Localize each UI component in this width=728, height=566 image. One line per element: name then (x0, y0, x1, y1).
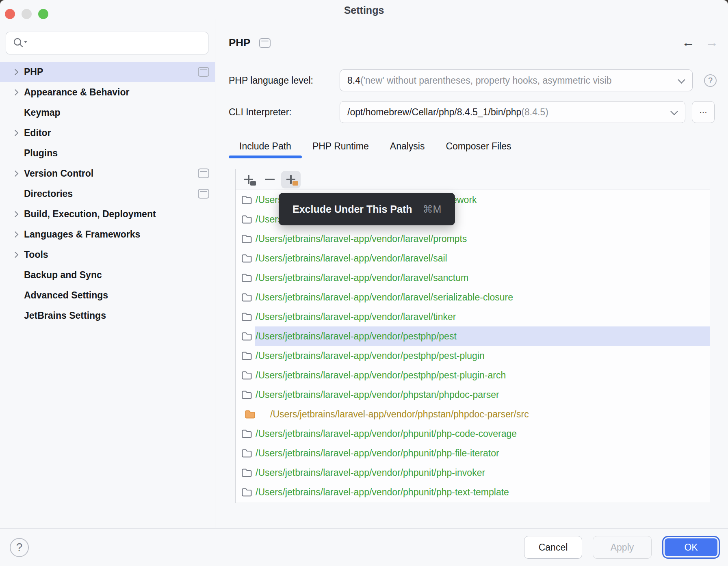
include-path-panel: /Users/jetbrains/laravel-app/vendor/lara… (235, 169, 710, 503)
include-path-row[interactable]: /Users/jetbrains/laravel-app/vendor/lara… (236, 307, 710, 326)
exclude-path-button[interactable] (281, 171, 301, 188)
chevron-right-icon[interactable] (12, 251, 19, 258)
cancel-button[interactable]: Cancel (524, 536, 582, 559)
sidebar-item[interactable]: Keymap (0, 102, 215, 123)
folder-icon (241, 468, 252, 477)
include-path-row[interactable]: /Users/jetbrains/laravel-app/vendor/phps… (236, 404, 710, 424)
forward-arrow-icon: → (705, 35, 718, 50)
exclude-tooltip: Exclude Under This Path ⌘M (279, 193, 455, 225)
include-path-row[interactable]: /Users/jetbrains/laravel-app/vendor/pest… (236, 346, 710, 365)
chevron-right-icon[interactable] (12, 69, 19, 75)
include-path-row[interactable]: /Users/jetbrains/laravel-app/vendor/phpu… (236, 482, 710, 502)
include-path-row[interactable]: /Users/jetbrains/laravel-app/vendor/pest… (236, 365, 710, 385)
folder-icon (241, 215, 252, 224)
chevron-right-icon[interactable] (12, 170, 19, 177)
include-path-text: /Users/jetbrains/laravel-app/vendor/phpu… (255, 424, 710, 443)
sidebar-item[interactable]: Directories (0, 184, 215, 204)
language-level-select[interactable]: 8.4 ('new' without parentheses, property… (340, 69, 693, 91)
settings-sidebar: PHP Appearance & Behavior Keymap Editor … (0, 19, 215, 528)
cli-interpreter-select[interactable]: /opt/homebrew/Cellar/php/8.4.5_1/bin/php… (340, 101, 685, 123)
sidebar-item[interactable]: PHP (0, 62, 215, 82)
ok-button[interactable]: OK (665, 538, 717, 556)
tab-label: Include Path (239, 141, 291, 151)
ok-button-focus-ring: OK (662, 536, 720, 559)
sidebar-item[interactable]: Tools (0, 244, 215, 265)
sidebar-item[interactable]: Languages & Frameworks (0, 224, 215, 244)
chevron-right-icon[interactable] (12, 89, 19, 95)
page-title: PHP (229, 37, 250, 49)
include-path-text: /Users/jetbrains/laravel-app/vendor/lara… (255, 248, 710, 268)
php-settings-pane: ← → PHP PHP language level: 8.4 ('new' w… (216, 19, 728, 528)
include-path-text: /Users/jetbrains/laravel-app/vendor/phpu… (255, 463, 710, 482)
cli-more-button[interactable]: ... (692, 101, 715, 123)
sidebar-item[interactable]: Backup and Sync (0, 265, 215, 285)
chevron-right-icon[interactable] (12, 231, 19, 238)
sidebar-item-label: Editor (24, 127, 51, 138)
tab[interactable]: Analysis (379, 141, 436, 158)
sidebar-item-label: Directories (24, 188, 73, 199)
sidebar-item[interactable]: Editor (0, 123, 215, 143)
include-path-list: /Users/jetbrains/laravel-app/vendor/lara… (236, 190, 710, 502)
folder-icon (241, 273, 252, 283)
include-path-row[interactable]: /Users/jetbrains/laravel-app/vendor/lara… (236, 287, 710, 307)
folder-icon (241, 312, 252, 322)
sidebar-item-label: Tools (24, 249, 48, 260)
sidebar-item-label: Backup and Sync (24, 270, 102, 281)
project-scope-icon (198, 169, 209, 178)
help-button[interactable]: ? (10, 538, 29, 557)
include-path-row[interactable]: /Users/jetbrains/laravel-app/vendor/pest… (236, 326, 710, 346)
include-path-text: /Users/jetbrains/laravel-app/vendor/pest… (255, 326, 710, 346)
folder-icon (241, 332, 252, 341)
sidebar-item[interactable]: Version Control (0, 163, 215, 184)
include-path-row[interactable]: /Users/jetbrains/laravel-app/vendor/phpu… (236, 443, 710, 463)
chevron-down-icon (670, 108, 678, 115)
folder-icon (241, 195, 252, 205)
include-path-row[interactable]: /Users/jetbrains/laravel-app/vendor/lara… (236, 268, 710, 287)
sidebar-item-label: PHP (24, 67, 43, 78)
folder-icon (241, 488, 252, 497)
sidebar-item[interactable]: Advanced Settings (0, 285, 215, 305)
include-path-row[interactable]: /Users/jetbrains/laravel-app/vendor/phps… (236, 385, 710, 404)
include-path-text: /Users/jetbrains/laravel-app/vendor/pest… (255, 365, 710, 385)
language-level-description: ('new' without parentheses, property hoo… (360, 75, 612, 86)
sidebar-item[interactable]: JetBrains Settings (0, 305, 215, 326)
chevron-right-icon[interactable] (12, 211, 19, 217)
chevron-right-icon[interactable] (12, 130, 19, 136)
settings-tree: PHP Appearance & Behavior Keymap Editor … (0, 62, 215, 326)
apply-button[interactable]: Apply (593, 536, 652, 559)
folder-icon (241, 234, 252, 244)
tab[interactable]: Include Path (229, 141, 302, 158)
sidebar-item-label: Version Control (24, 168, 93, 179)
help-icon[interactable]: ? (704, 74, 717, 87)
include-path-row[interactable]: /Users/jetbrains/laravel-app/vendor/phpu… (236, 424, 710, 443)
sidebar-item[interactable]: Appearance & Behavior (0, 82, 215, 102)
include-path-row[interactable]: /Users/jetbrains/laravel-app/vendor/lara… (236, 229, 710, 248)
minimize-window-icon[interactable] (22, 9, 32, 19)
folder-icon (241, 371, 252, 380)
sidebar-item[interactable]: Build, Execution, Deployment (0, 204, 215, 224)
cli-interpreter-label: CLI Interpreter: (229, 107, 340, 118)
sidebar-item-label: Keymap (24, 107, 60, 118)
sidebar-item-label: JetBrains Settings (24, 310, 106, 321)
dialog-footer: ? Cancel Apply OK (0, 528, 728, 566)
tab-label: PHP Runtime (312, 141, 369, 151)
zoom-window-icon[interactable] (38, 9, 48, 19)
cli-interpreter-version: (8.4.5) (521, 107, 548, 118)
remove-path-button[interactable] (260, 171, 280, 188)
include-path-row[interactable]: /Users/jetbrains/laravel-app/vendor/phpu… (236, 463, 710, 482)
project-scope-icon (198, 189, 209, 199)
tooltip-label: Exclude Under This Path (292, 203, 412, 215)
tab[interactable]: Composer Files (435, 141, 522, 158)
folder-icon (241, 293, 252, 302)
search-icon[interactable] (12, 37, 28, 49)
settings-search-input[interactable] (6, 32, 208, 54)
include-path-row[interactable]: /Users/jetbrains/laravel-app/vendor/lara… (236, 248, 710, 268)
sidebar-item[interactable]: Plugins (0, 143, 215, 163)
tab[interactable]: PHP Runtime (302, 141, 379, 158)
folder-icon (241, 390, 252, 400)
sidebar-item-label: Advanced Settings (24, 290, 108, 301)
add-path-button[interactable] (239, 171, 258, 188)
back-arrow-icon[interactable]: ← (682, 35, 695, 50)
folder-icon (241, 449, 252, 458)
close-window-icon[interactable] (5, 9, 15, 19)
